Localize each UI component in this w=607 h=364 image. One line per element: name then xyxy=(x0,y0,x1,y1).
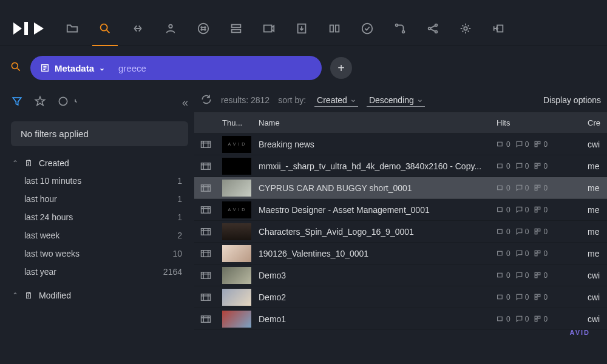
asset-name: mmxii_-_sharp_tv_ultra_hd_4k_demo_3840x2… xyxy=(254,161,492,171)
table-row[interactable]: A V I DMaestro Designer - Asset Manageme… xyxy=(194,199,607,221)
creator-cell: cwi xyxy=(583,292,607,302)
sort-field-select[interactable]: Created xyxy=(314,94,358,107)
toolbar-hash[interactable] xyxy=(187,11,220,46)
table-row[interactable]: Demo2000cwi xyxy=(194,286,607,308)
toolbar-route[interactable] xyxy=(384,11,416,46)
app-window: Metadata ⌄ greece + « No filters applied… xyxy=(0,0,607,364)
clip-type-icon xyxy=(194,315,217,323)
table-row[interactable]: CYPRUS CAR AND BUGGY short_0001000me xyxy=(194,177,607,199)
toolbar-check[interactable] xyxy=(351,11,384,46)
thumbnail xyxy=(217,311,254,328)
toolbar-share[interactable] xyxy=(416,11,449,46)
search-term[interactable]: greece xyxy=(115,63,146,73)
svg-rect-24 xyxy=(535,144,538,147)
asset-name: Characters_Spin_Avid_Logo_16_9_0001 xyxy=(254,227,492,237)
svg-rect-4 xyxy=(232,29,241,32)
toolbar-link[interactable] xyxy=(121,11,154,46)
corner-brand: AVID xyxy=(570,329,590,336)
asset-name: CYPRUS CAR AND BUGGY short_0001 xyxy=(254,183,492,193)
top-toolbar xyxy=(0,11,607,46)
svg-point-1 xyxy=(169,24,172,28)
toolbar-panel[interactable] xyxy=(318,11,351,46)
toolbar-search[interactable] xyxy=(89,11,121,46)
facet-item[interactable]: last 10 minutes1 xyxy=(11,172,188,190)
add-criteria-button[interactable]: + xyxy=(330,57,352,79)
svg-point-17 xyxy=(12,62,18,69)
svg-point-13 xyxy=(435,24,438,26)
svg-rect-5 xyxy=(264,25,272,32)
hits-cell: 000 xyxy=(492,315,583,323)
facet-item[interactable]: last year2164 xyxy=(11,263,188,281)
filter-icon[interactable] xyxy=(11,95,23,110)
hits-cell: 000 xyxy=(492,162,583,170)
thumbnail: A V I D xyxy=(217,136,254,153)
results-toolbar: results: 2812 sort by: Created Descendin… xyxy=(194,89,607,112)
hits-cell: 000 xyxy=(492,206,583,214)
svg-rect-62 xyxy=(535,316,538,318)
toolbar-video[interactable] xyxy=(253,11,285,46)
svg-rect-52 xyxy=(535,272,538,275)
thumbnail xyxy=(217,267,254,284)
facet-item[interactable]: last hour1 xyxy=(11,190,188,208)
clip-type-icon xyxy=(194,293,217,302)
svg-rect-38 xyxy=(538,207,540,209)
svg-rect-28 xyxy=(538,163,540,166)
table-row[interactable]: Characters_Spin_Avid_Logo_16_9_0001000me xyxy=(194,221,607,243)
creator-cell: me xyxy=(583,227,607,237)
caret-up-icon: ⌃ xyxy=(12,291,18,300)
thumbnail xyxy=(217,180,254,197)
search-row: Metadata ⌄ greece + xyxy=(0,46,607,89)
facet-item[interactable]: last week2 xyxy=(11,226,188,244)
asset-name: Demo2 xyxy=(254,292,492,302)
toolbar-storage[interactable] xyxy=(220,11,253,46)
col-thumb[interactable]: Thu... xyxy=(217,118,254,127)
star-icon[interactable] xyxy=(34,95,46,110)
clip-type-icon xyxy=(194,271,217,280)
toolbar-folder[interactable] xyxy=(56,11,89,46)
col-hits[interactable]: Hits xyxy=(492,118,583,127)
toolbar-person[interactable] xyxy=(154,11,187,46)
search-pill[interactable]: Metadata ⌄ greece xyxy=(30,56,322,80)
toolbar-output[interactable] xyxy=(482,11,515,46)
svg-rect-42 xyxy=(535,229,538,231)
collapse-sidebar-button[interactable]: « xyxy=(182,96,188,109)
svg-rect-41 xyxy=(498,229,503,234)
svg-point-10 xyxy=(396,24,398,26)
sort-dir-select[interactable]: Descending xyxy=(367,94,425,107)
table-row[interactable]: Demo1000cwi xyxy=(194,308,607,330)
table-row[interactable]: 190126_Valentines_10_0001000me xyxy=(194,243,607,265)
hits-cell: 000 xyxy=(492,293,583,302)
col-created[interactable]: Cre xyxy=(583,118,607,127)
clip-type-icon xyxy=(194,162,217,170)
creator-cell: me xyxy=(583,205,607,215)
svg-rect-30 xyxy=(202,184,211,191)
table-row[interactable]: Demo3000cwi xyxy=(194,265,607,286)
svg-rect-44 xyxy=(535,232,538,234)
svg-rect-22 xyxy=(535,141,538,144)
clip-type-icon xyxy=(194,140,217,149)
svg-rect-55 xyxy=(202,294,211,300)
facet-item[interactable]: last two weeks10 xyxy=(11,244,188,263)
table-row[interactable]: mmxii_-_sharp_tv_ultra_hd_4k_demo_3840x2… xyxy=(194,155,607,177)
search-field-selector[interactable]: Metadata ⌄ xyxy=(30,63,115,73)
facet-created-header[interactable]: ⌃ 🗓 Created xyxy=(11,156,188,170)
asset-name: Demo3 xyxy=(254,271,492,280)
facet-modified-header[interactable]: ⌃ 🗓 Modified xyxy=(11,288,188,303)
svg-rect-58 xyxy=(538,294,540,297)
toolbar-download[interactable] xyxy=(285,11,318,46)
svg-rect-63 xyxy=(538,316,540,318)
svg-rect-7 xyxy=(330,25,334,32)
results-count-label: results: xyxy=(221,95,248,105)
toolbar-globe[interactable] xyxy=(449,11,482,46)
no-filters-banner: No filters applied xyxy=(11,121,188,146)
clock-icon[interactable] xyxy=(57,95,69,110)
display-options-button[interactable]: Display options xyxy=(543,95,601,105)
main-body: « No filters applied ⌃ 🗓 Created last 10… xyxy=(0,89,607,364)
table-row[interactable]: A V I DBreaking news000cwi xyxy=(194,133,607,155)
svg-rect-20 xyxy=(202,141,211,147)
svg-rect-36 xyxy=(498,207,503,212)
svg-rect-64 xyxy=(535,319,538,322)
refresh-icon[interactable] xyxy=(200,93,212,107)
col-name[interactable]: Name xyxy=(254,118,492,127)
facet-item[interactable]: last 24 hours1 xyxy=(11,208,188,226)
